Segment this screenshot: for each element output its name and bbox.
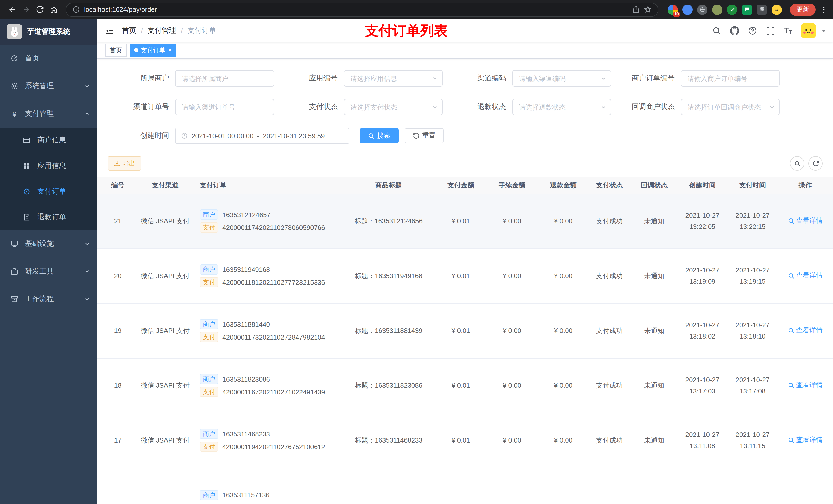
home-icon (49, 5, 57, 14)
chevron-down-icon (769, 104, 775, 110)
site-info-icon[interactable] (72, 6, 80, 13)
breadcrumb-current: 支付订单 (188, 26, 216, 35)
col-id: 编号 (97, 177, 138, 194)
sidebar-item-pay[interactable]: ¥ 支付管理 (0, 100, 97, 127)
extensions-area: 10 (668, 4, 782, 15)
extension-pinwheel-icon[interactable]: 10 (668, 4, 678, 15)
channel-code-select[interactable] (512, 70, 611, 87)
notify-status-select[interactable] (681, 99, 780, 115)
sidebar-toggle-icon[interactable] (97, 26, 122, 35)
view-detail-link[interactable]: 查看详情 (788, 326, 823, 335)
refresh-table-button[interactable] (808, 156, 823, 171)
toolbar-right (790, 156, 823, 171)
filter-row-2: 渠道订单号 支付状态 退款状态 (108, 99, 833, 115)
merchant-tag: 商户 (200, 210, 218, 220)
merchant-order-no-input[interactable] (681, 70, 780, 87)
browser-forward-button[interactable] (19, 3, 33, 16)
chevron-down-icon (84, 268, 90, 274)
app-logo[interactable]: 芋道管理系统 (0, 19, 97, 45)
view-detail-link[interactable]: 查看详情 (788, 216, 823, 225)
chevron-down-icon (432, 104, 438, 110)
extension-emoji-icon[interactable] (771, 4, 782, 15)
page-title: 支付订单列表 (365, 21, 448, 40)
search-icon (788, 272, 794, 279)
url-text: localhost:1024/pay/order (84, 6, 157, 13)
sidebar-item-devtools[interactable]: 研发工具 (0, 258, 97, 285)
table-row: 20 微信 JSAPI 支付 商户1635311949168 支付4200001… (97, 248, 833, 303)
extension-puzzle-icon[interactable] (757, 4, 767, 15)
col-notify: 回调状态 (631, 177, 677, 194)
user-avatar[interactable] (801, 23, 816, 38)
merchant-tag: 商户 (200, 319, 218, 329)
app-frame: 芋道管理系统 首页 系统管理 (0, 19, 833, 504)
search-icon (794, 160, 801, 167)
github-icon[interactable] (730, 26, 739, 35)
sidebar-item-system[interactable]: 系统管理 (0, 72, 97, 100)
filter-refund-status: 退款状态 (445, 99, 611, 115)
filter-merchant-order-no: 商户订单编号 (613, 70, 780, 87)
tags-view-bar: 首页 支付订单 × (97, 42, 833, 59)
toolbox-icon (10, 267, 19, 275)
filter-form: 所属商户 应用编号 渠道编码 (97, 59, 833, 144)
close-icon[interactable]: × (168, 47, 172, 53)
bookmark-star-icon[interactable] (644, 6, 652, 13)
extension-chat-icon[interactable] (742, 4, 752, 15)
active-dot (134, 48, 138, 52)
avatar-caret-down-icon[interactable] (821, 27, 827, 33)
toggle-search-button[interactable] (790, 156, 804, 171)
logo-avatar (7, 24, 22, 40)
breadcrumb-pay[interactable]: 支付管理 (147, 26, 176, 35)
browser-menu-icon[interactable] (820, 5, 828, 14)
browser-back-button[interactable] (5, 3, 19, 16)
sidebar-item-infra[interactable]: 基础设施 (0, 230, 97, 258)
browser-reload-button[interactable] (33, 3, 47, 16)
search-button[interactable]: 搜索 (360, 128, 399, 143)
sidebar-item-pay-order[interactable]: 支付订单 (0, 179, 97, 205)
sidebar-item-workflow[interactable]: 工作流程 (0, 285, 97, 313)
pay-tag: 支付 (200, 441, 218, 452)
extension-drop-icon[interactable] (682, 4, 693, 15)
app-id-select[interactable] (344, 70, 443, 87)
sidebar-item-home[interactable]: 首页 (0, 45, 97, 72)
breadcrumb-separator: / (181, 26, 183, 34)
search-icon[interactable] (712, 26, 721, 35)
url-bar[interactable]: localhost:1024/pay/order (66, 2, 658, 17)
extension-olive-icon[interactable] (712, 4, 722, 15)
date-range-input[interactable]: 2021-10-01 00:00:00 - 2021-10-31 23:59:5… (175, 127, 349, 144)
channel-order-no-input[interactable] (175, 99, 274, 115)
filter-merchant: 所属商户 (108, 70, 274, 87)
table-row: 17 微信 JSAPI 支付 商户1635311468233 支付4200001… (97, 413, 833, 467)
reset-button[interactable]: 重置 (405, 128, 444, 143)
view-detail-link[interactable]: 查看详情 (788, 436, 823, 445)
sidebar-item-refund-order[interactable]: 退款订单 (0, 205, 97, 230)
tab-home[interactable]: 首页 (105, 44, 126, 57)
page-header: 首页 / 支付管理 / 支付订单 支付订单列表 (97, 19, 833, 42)
merchant-input[interactable] (175, 70, 274, 87)
pay-status-select[interactable] (344, 99, 443, 115)
view-detail-link[interactable]: 查看详情 (788, 381, 823, 390)
help-icon[interactable] (748, 26, 757, 35)
sidebar-item-app-info[interactable]: 应用信息 (0, 153, 97, 179)
aim-icon (23, 188, 31, 196)
share-icon[interactable] (632, 6, 640, 13)
export-button[interactable]: 导出 (108, 156, 141, 171)
search-icon (788, 327, 794, 334)
browser-home-button[interactable] (47, 3, 61, 16)
extension-globe-icon[interactable] (697, 4, 708, 15)
pikachu-face-icon (801, 23, 816, 38)
dashboard-icon (10, 54, 19, 63)
app-title: 芋道管理系统 (27, 27, 70, 37)
browser-update-button[interactable]: 更新 (790, 3, 815, 16)
font-size-icon[interactable]: TT (784, 26, 792, 34)
view-detail-link[interactable]: 查看详情 (788, 271, 823, 281)
refund-status-select[interactable] (512, 99, 611, 115)
tab-pay-order[interactable]: 支付订单 × (129, 44, 176, 57)
sidebar-item-merchant-info[interactable]: 商户信息 (0, 127, 97, 153)
table-toolbar: 导出 (97, 156, 833, 171)
fullscreen-icon[interactable] (766, 26, 775, 35)
breadcrumb-home[interactable]: 首页 (122, 26, 136, 35)
col-actions: 操作 (778, 177, 833, 194)
extension-check-icon[interactable] (727, 4, 737, 15)
col-status: 支付状态 (588, 177, 631, 194)
table-row: 18 微信 JSAPI 支付 商户1635311823086 支付4200001… (97, 358, 833, 413)
